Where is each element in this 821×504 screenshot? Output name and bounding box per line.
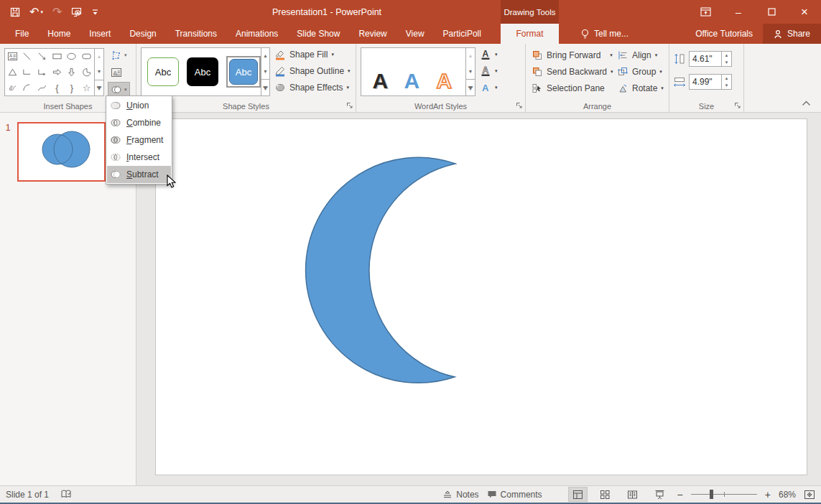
zoom-in-icon[interactable]: + [765,489,771,500]
right-brace-shape-icon[interactable]: } [70,83,73,93]
selection-pane-button[interactable]: Selection Pane [532,82,613,95]
wordart-scrollbar[interactable]: ▲ ▼ ▬▼ [465,48,475,95]
tab-animations[interactable]: Animations [226,24,287,44]
gallery-more-icon[interactable]: ▬▼ [95,80,103,95]
arc-shape-icon[interactable] [22,83,32,93]
wordart-dialog-launcher-icon[interactable] [516,102,523,109]
elbow-arrow-connector-shape-icon[interactable] [37,67,47,78]
width-spinner[interactable]: ▲▼ [721,75,731,89]
wordart-style-blue[interactable]: A [402,65,425,94]
curve-shape-icon[interactable] [37,83,47,93]
tab-home[interactable]: Home [38,24,80,44]
tab-review[interactable]: Review [349,24,396,44]
comments-button[interactable]: Comments [487,490,542,500]
left-brace-shape-icon[interactable]: { [55,83,58,93]
text-box-button[interactable]: A [108,65,130,80]
group-button[interactable]: Group ▾ [617,65,664,78]
line-shape-icon[interactable] [22,51,32,62]
zoom-out-icon[interactable]: − [677,489,683,500]
crescent-moon-shape[interactable] [156,119,808,476]
shape-styles-dialog-launcher-icon[interactable] [346,102,353,109]
zoom-level[interactable]: 68% [779,490,796,500]
text-box-shape-icon[interactable]: A [7,51,18,62]
width-up-icon[interactable]: ▲ [722,75,731,82]
reading-view-button[interactable] [623,487,642,502]
slide-canvas[interactable] [155,118,807,475]
pie-shape-icon[interactable] [81,67,92,78]
slide-editing-area[interactable] [136,113,821,485]
wordart-style-black[interactable]: AA [370,65,393,94]
wordart-up-icon[interactable]: ▲ [466,48,475,64]
collapse-ribbon-icon[interactable] [802,101,811,106]
tab-format-active[interactable]: Format [501,24,559,44]
rectangle-shape-icon[interactable] [52,51,62,62]
zoom-thumb[interactable] [710,490,713,499]
styles-down-icon[interactable]: ▼ [261,64,269,80]
edit-shape-caret-icon[interactable]: ▾ [124,52,127,58]
gallery-down-icon[interactable]: ▼ [95,64,103,79]
tab-view[interactable]: View [396,24,434,44]
text-outline-button[interactable]: A ▾ [480,64,498,79]
undo-button[interactable]: ↶▾ [29,6,43,18]
menu-item-fragment[interactable]: Fragment [107,131,171,149]
rotate-caret-icon[interactable]: ▾ [661,85,664,91]
rotate-button[interactable]: Rotate ▾ [617,82,664,95]
arrow-shape-icon[interactable] [37,51,47,62]
shape-width-input[interactable] [690,75,721,89]
customize-qat-icon[interactable] [92,9,98,16]
shape-height-field[interactable]: ▲▼ [689,51,732,67]
tab-file[interactable]: File [6,24,38,44]
shape-style-green-outline[interactable]: Abc [147,57,179,86]
styles-more-icon[interactable]: ▬▼ [261,79,269,95]
height-down-icon[interactable]: ▼ [722,59,731,66]
shapes-gallery-scrollbar[interactable]: ▲ ▼ ▬▼ [94,49,103,95]
send-backward-caret-icon[interactable]: ▾ [611,69,613,75]
text-effects-caret-icon[interactable]: ▾ [495,85,498,90]
normal-view-button[interactable] [568,487,588,502]
fit-to-window-icon[interactable] [804,490,815,500]
align-caret-icon[interactable]: ▾ [655,52,658,58]
shape-width-field[interactable]: ▲▼ [689,74,732,90]
maximize-icon[interactable] [755,0,788,24]
send-backward-button[interactable]: Send Backward ▾ [532,65,613,78]
rounded-rectangle-shape-icon[interactable] [81,51,92,62]
text-effects-button[interactable]: A ▾ [480,80,498,95]
shape-outline-button[interactable]: Shape Outline ▾ [274,64,351,79]
menu-item-intersect[interactable]: Intersect [107,149,171,166]
menu-item-union[interactable]: Union [107,97,171,114]
right-arrow-shape-icon[interactable] [52,67,62,78]
width-down-icon[interactable]: ▼ [722,82,731,89]
tab-participoll[interactable]: ParticiPoll [434,24,491,44]
undo-caret-icon[interactable]: ▾ [40,9,43,14]
gallery-up-icon[interactable]: ▲ [95,49,103,64]
shape-style-blue-fill-selected[interactable]: Abc [229,59,258,85]
wordart-style-orange-outline[interactable]: A [434,65,457,94]
shape-style-black-fill[interactable]: Abc [187,57,218,86]
triangle-shape-icon[interactable] [7,67,18,78]
tab-transitions[interactable]: Transitions [166,24,226,44]
edit-shape-button[interactable]: ▾ [108,47,130,63]
text-fill-caret-icon[interactable]: ▾ [495,52,498,57]
tab-insert[interactable]: Insert [80,24,120,44]
tell-me-box[interactable]: Tell me... [580,24,628,44]
share-button[interactable]: Share [763,24,821,44]
zoom-slider[interactable] [691,489,757,500]
elbow-connector-shape-icon[interactable] [22,67,32,78]
notes-button[interactable]: Notes [442,490,478,500]
merge-shapes-caret-icon[interactable]: ▾ [124,87,127,93]
text-fill-button[interactable]: A ▾ [480,47,498,62]
shape-outline-caret-icon[interactable]: ▾ [348,68,351,74]
menu-item-combine[interactable]: Combine [107,114,171,131]
slide-1-thumbnail[interactable] [17,122,106,182]
office-tutorials-link[interactable]: Office Tutorials [685,24,763,44]
group-caret-icon[interactable]: ▾ [659,69,662,75]
styles-up-icon[interactable]: ▲ [261,48,269,64]
tab-slide-show[interactable]: Slide Show [287,24,349,44]
shape-fill-caret-icon[interactable]: ▾ [331,52,334,57]
slide-sorter-view-button[interactable] [595,487,615,502]
star-shape-icon[interactable]: ☆ [83,83,91,93]
text-outline-caret-icon[interactable]: ▾ [495,68,498,74]
align-button[interactable]: Align ▾ [617,49,664,62]
ribbon-display-options-icon[interactable] [689,0,722,24]
save-icon[interactable] [10,7,20,17]
